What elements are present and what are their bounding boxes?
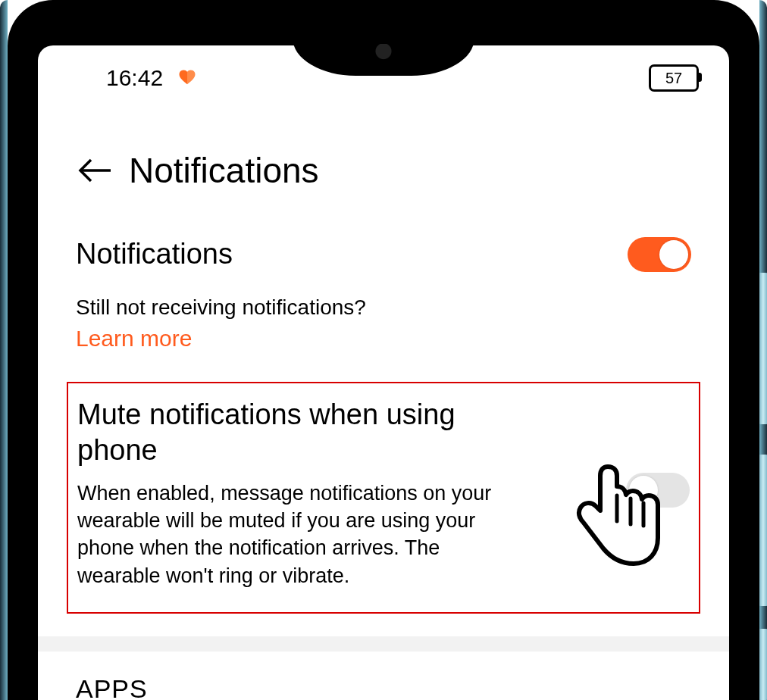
mute-description: When enabled, message notifications on y… <box>77 480 517 590</box>
status-right: 57 <box>649 64 699 92</box>
mute-title: Mute notifications when using phone <box>77 397 502 469</box>
notifications-toggle[interactable] <box>628 237 691 272</box>
phone-mockup: 16:42 57 <box>0 0 767 700</box>
status-left: 16:42 <box>106 65 198 91</box>
notifications-row: Notifications <box>76 236 691 273</box>
apps-section-header: APPS <box>38 652 729 700</box>
front-camera-icon <box>370 44 397 62</box>
battery-icon: 57 <box>649 64 699 92</box>
pointer-hand-icon <box>570 459 668 580</box>
mute-text-block: Mute notifications when using phone When… <box>77 397 603 590</box>
battery-level: 57 <box>665 70 682 87</box>
health-app-icon <box>177 67 198 89</box>
learn-more-link[interactable]: Learn more <box>76 326 192 352</box>
frame-edge-left <box>0 0 8 700</box>
app-header: Notifications <box>38 97 729 214</box>
screen: 16:42 57 <box>38 45 729 700</box>
clock: 16:42 <box>106 65 163 91</box>
toggle-knob <box>659 240 688 269</box>
notifications-section: Notifications Still not receiving notifi… <box>38 214 729 367</box>
page-title: Notifications <box>129 150 319 191</box>
help-question: Still not receiving notifications? <box>76 295 691 320</box>
notifications-label: Notifications <box>76 236 233 273</box>
back-button[interactable] <box>76 155 114 186</box>
section-divider <box>38 636 729 652</box>
arrow-left-icon <box>77 157 112 184</box>
mute-highlight-box: Mute notifications when using phone When… <box>67 382 700 614</box>
